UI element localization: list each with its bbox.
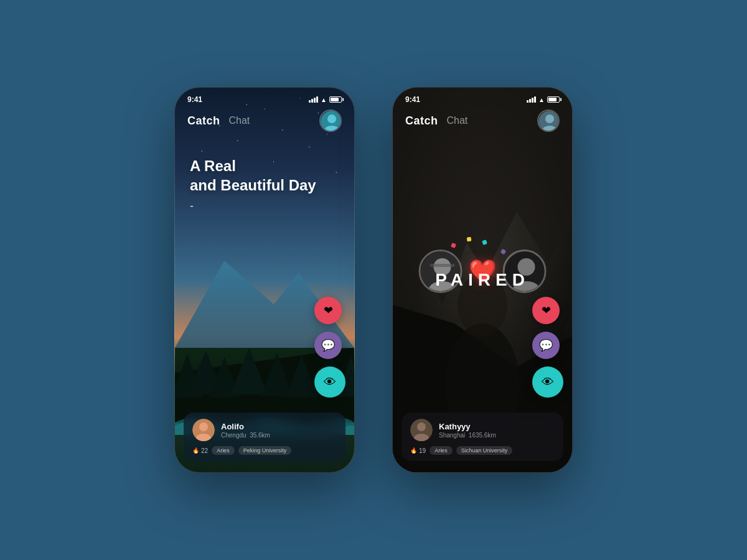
user-age-2: 🔥 19 (410, 447, 426, 454)
svg-point-34 (417, 422, 426, 431)
user-tags-2: 🔥 19 Aries Sichuan University (410, 446, 555, 455)
status-time-1: 9:41 (187, 95, 202, 104)
phone-2: 9:41 ▲ Catch Chat (392, 87, 573, 473)
battery-2 (547, 96, 560, 103)
nav-avatar-1[interactable] (319, 110, 342, 132)
wifi-icon-1: ▲ (321, 96, 327, 103)
chat-button-2[interactable]: 💬 (532, 332, 560, 359)
chat-button-1[interactable]: 💬 (314, 332, 342, 359)
confetti-dot-4 (467, 237, 472, 242)
nav-catch-1[interactable]: Catch (187, 114, 220, 128)
svg-rect-29 (430, 264, 455, 267)
paired-text: PAIRED (435, 270, 530, 290)
user-name-1: Aolifo (221, 422, 337, 431)
heart-button-1[interactable]: ❤ (314, 297, 342, 324)
eye-button-1[interactable]: 👁 (314, 366, 345, 398)
nav-avatar-2[interactable] (537, 110, 560, 132)
wifi-icon-2: ▲ (538, 96, 545, 103)
heart-button-2[interactable]: ❤ (532, 297, 560, 324)
confetti-dot-2 (482, 240, 487, 245)
status-bar-2: 9:41 ▲ (405, 95, 560, 104)
signal-bars-2 (527, 96, 536, 103)
nav-chat-2[interactable]: Chat (447, 115, 468, 126)
user-card-2: Kathyyy Shanghai 1635.6km 🔥 19 Aries Sic… (402, 413, 563, 461)
hero-line2: and Beautiful Day (190, 177, 316, 194)
svg-point-15 (199, 422, 208, 431)
user-avatar-1 (192, 419, 215, 441)
phone-1: 9:41 ▲ Catch Chat A R (174, 87, 355, 473)
action-buttons-1: ❤ 💬 👁 (314, 297, 345, 398)
user-card-1: Aolifo Chengdu 35.6km 🔥 22 Aries Peking … (184, 413, 345, 461)
svg-point-24 (545, 114, 554, 123)
user-name-2: Kathyyy (439, 422, 555, 431)
user-tag-uni-1: Peking University (238, 446, 292, 455)
user-tag-aries-1: Aries (212, 446, 235, 455)
action-buttons-2: ❤ 💬 👁 (532, 297, 563, 398)
user-location-2: Shanghai 1635.6km (439, 432, 555, 439)
battery-1 (329, 96, 342, 103)
user-tags-1: 🔥 22 Aries Peking University (192, 446, 337, 455)
nav-header-2: Catch Chat (405, 110, 560, 132)
user-avatar-2 (410, 419, 433, 441)
user-info-1: Aolifo Chengdu 35.6km (221, 422, 337, 439)
eye-button-2[interactable]: 👁 (532, 366, 563, 398)
hero-line1: A Real (190, 157, 236, 174)
user-age-1: 🔥 22 (192, 447, 208, 454)
status-icons-1: ▲ (309, 96, 342, 103)
user-tag-uni-2: Sichuan University (456, 446, 513, 455)
status-bar-1: 9:41 ▲ (187, 95, 342, 104)
confetti-dot-1 (451, 243, 456, 248)
user-info-2: Kathyyy Shanghai 1635.6km (439, 422, 555, 439)
hero-dash: - (190, 200, 316, 213)
status-icons-2: ▲ (527, 96, 560, 103)
user-location-1: Chengdu 35.6km (221, 432, 337, 439)
svg-point-12 (327, 114, 336, 123)
hero-text: A Real and Beautiful Day - (190, 156, 316, 213)
signal-bars-1 (309, 96, 318, 103)
nav-catch-2[interactable]: Catch (405, 114, 438, 128)
nav-chat-1[interactable]: Chat (229, 115, 250, 126)
nav-header-1: Catch Chat (187, 110, 342, 132)
user-tag-aries-2: Aries (430, 446, 453, 455)
status-time-2: 9:41 (405, 95, 420, 104)
